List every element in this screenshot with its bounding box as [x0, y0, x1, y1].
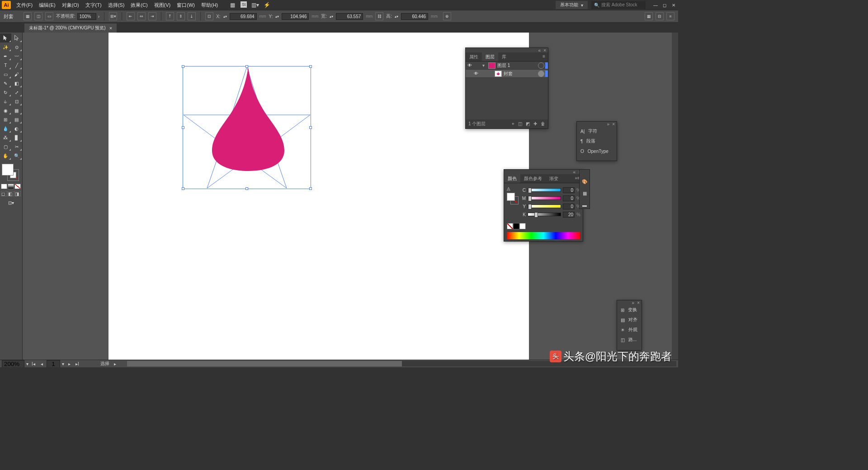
align-left-icon[interactable]: ⇤ [127, 12, 135, 20]
align-vcenter-icon[interactable]: ⇕ [177, 12, 185, 20]
black-slider[interactable] [528, 213, 561, 216]
align-bottom-icon[interactable]: ⤓ [188, 12, 196, 20]
magenta-value[interactable] [563, 195, 575, 201]
new-layer-icon[interactable]: ✚ [533, 121, 537, 127]
fill-color-swatch[interactable] [2, 164, 14, 176]
blend-tool[interactable]: ◐ [11, 124, 23, 133]
hand-tool[interactable]: ✋ [0, 151, 11, 160]
menu-effect[interactable]: 效果(C) [128, 1, 150, 9]
resize-handle-bm[interactable] [245, 187, 248, 190]
direct-selection-tool[interactable] [11, 33, 23, 43]
menu-help[interactable]: 帮助(H) [198, 1, 221, 9]
brushes-icon[interactable]: ▬ [581, 201, 588, 209]
zoom-tool[interactable]: 🔍 [11, 151, 23, 160]
minimize-button[interactable]: — [653, 2, 658, 8]
scale-tool[interactable]: ⤢ [11, 88, 23, 97]
fill-swatch[interactable] [507, 193, 515, 201]
new-sublayer-icon[interactable]: ◩ [526, 121, 530, 127]
black-swatch[interactable] [513, 223, 519, 229]
resize-handle-bl[interactable] [182, 187, 184, 190]
make-clip-mask-icon[interactable]: ◫ [518, 121, 522, 127]
spectrum-picker[interactable] [507, 232, 580, 239]
search-input[interactable]: 🔍搜索 Adobe Stock [591, 1, 646, 9]
yellow-slider[interactable] [528, 204, 561, 208]
menu-object[interactable]: 对象(O) [59, 1, 82, 9]
envelope-mesh-icon[interactable]: ▦ [24, 12, 32, 20]
color-mode-solid[interactable] [1, 184, 7, 189]
artboard-dropdown-icon[interactable]: ▾ [62, 361, 64, 366]
resize-handle-ml[interactable] [182, 126, 184, 129]
color-mode-none[interactable] [14, 184, 21, 189]
free-transform-tool[interactable]: ⊡ [11, 97, 23, 106]
status-dropdown-icon[interactable]: ▸ [114, 361, 116, 366]
h-input[interactable] [401, 13, 428, 20]
cyan-value[interactable] [563, 187, 575, 193]
panel-close-icon[interactable]: × [637, 300, 640, 305]
tab-gradient[interactable]: 渐变 [546, 174, 562, 183]
tab-properties[interactable]: 属性 [466, 52, 482, 61]
chevron-right-icon[interactable]: › [98, 14, 99, 19]
first-artboard-button[interactable]: I◂ [30, 361, 37, 366]
gradient-tool[interactable]: ▤ [11, 115, 23, 124]
document-tab[interactable]: 未标题-1* @ 200% (CMYK/GPU 预览) × [24, 24, 117, 33]
menu-file[interactable]: 文件(F) [14, 1, 35, 9]
layer-name[interactable]: 图层 1 [497, 62, 537, 69]
zoom-input[interactable] [2, 360, 24, 368]
rotate-tool[interactable]: ↻ [0, 88, 11, 97]
pen-tool[interactable]: ✒ [0, 52, 11, 61]
panel-collapse-icon[interactable]: « [538, 48, 541, 53]
fill-stroke-swatches[interactable] [507, 193, 518, 205]
isolate-icon[interactable]: ⊕ [443, 12, 451, 20]
shaper-tool[interactable]: ✎ [0, 79, 11, 88]
tab-libraries[interactable]: 库 [498, 52, 510, 61]
align-right-icon[interactable]: ⇥ [148, 12, 156, 20]
vertical-scrollbar[interactable] [672, 33, 678, 360]
tab-color-guide[interactable]: 颜色参考 [520, 174, 546, 183]
perspective-tool[interactable]: ▦ [11, 106, 23, 115]
zoom-dropdown-icon[interactable]: ▾ [26, 361, 28, 366]
next-artboard-button[interactable]: ▸ [66, 361, 72, 366]
line-tool[interactable]: ╱ [11, 61, 23, 70]
paragraph-panel-button[interactable]: ¶段落 [577, 136, 617, 146]
tab-color[interactable]: 颜色 [504, 174, 520, 183]
menu-window[interactable]: 窗口(W) [174, 1, 198, 9]
more-options-icon[interactable]: ≡ [666, 12, 675, 20]
rectangle-tool[interactable]: ▭ [0, 70, 11, 79]
layer-row[interactable]: 👁 ▾ 图层 1 [466, 62, 548, 70]
align-to-icon[interactable]: ▦ [645, 12, 653, 20]
shape-builder-tool[interactable]: ◉ [0, 106, 11, 115]
expand-toggle-icon[interactable]: ▾ [480, 63, 486, 68]
none-swatch[interactable] [507, 223, 513, 229]
artboard-tool[interactable]: ▢ [0, 142, 11, 151]
paintbrush-tool[interactable]: 🖌 [11, 70, 23, 79]
panel-collapse-icon[interactable]: « [573, 170, 576, 175]
gpu-icon[interactable]: ⚡ [263, 1, 270, 9]
panel-close-icon[interactable]: × [612, 122, 615, 127]
width-tool[interactable]: ⫝ [0, 97, 11, 106]
envelope-warp-icon[interactable]: ◫ [34, 12, 42, 20]
eyedropper-tool[interactable]: 💧 [0, 124, 11, 133]
slice-tool[interactable]: ✂ [11, 142, 23, 151]
magic-wand-tool[interactable]: ✨ [0, 43, 11, 52]
y-input[interactable] [282, 13, 309, 20]
mesh-tool[interactable]: ⊞ [0, 115, 11, 124]
symbol-sprayer-tool[interactable]: ⁂ [0, 133, 11, 142]
resize-handle-tm[interactable] [245, 65, 248, 68]
transform-panel-icon[interactable]: ⊟ [656, 12, 664, 20]
transform-ref-icon[interactable]: ⊡ [205, 12, 213, 20]
bridge-icon[interactable]: ▦ [229, 1, 236, 9]
draw-normal[interactable]: ◻ [1, 191, 7, 196]
eraser-tool[interactable]: ◧ [11, 79, 23, 88]
tab-layers[interactable]: 图层 [482, 52, 498, 61]
close-button[interactable]: ✕ [671, 2, 676, 8]
resize-handle-br[interactable] [309, 187, 312, 190]
target-icon[interactable] [538, 71, 544, 77]
artboard-number-input[interactable] [47, 360, 60, 368]
character-panel-button[interactable]: A|字符 [577, 126, 617, 136]
anchor-grid-icon[interactable]: ⊞▾ [109, 12, 117, 20]
curvature-tool[interactable]: 〰 [11, 52, 23, 61]
appearance-button[interactable]: ☀外观 [617, 325, 642, 335]
menu-view[interactable]: 视图(V) [151, 1, 174, 9]
w-input[interactable] [336, 13, 363, 20]
x-input[interactable] [230, 13, 257, 20]
